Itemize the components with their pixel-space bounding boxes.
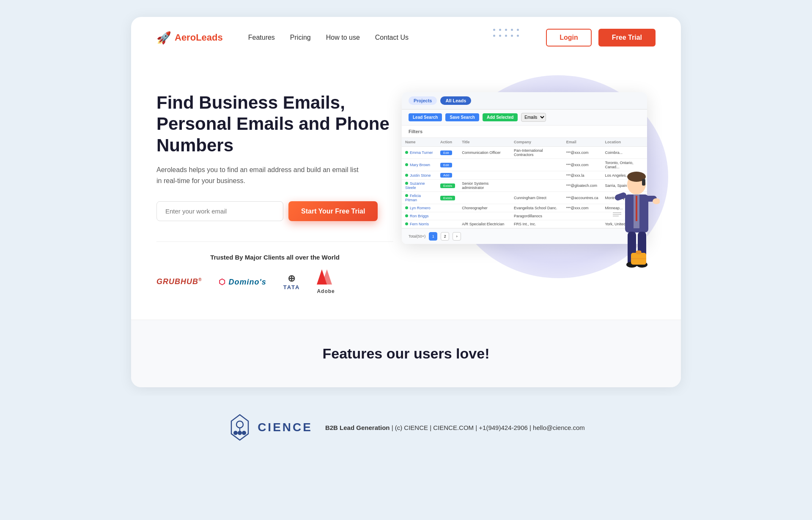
cell-2-2 — [458, 171, 510, 180]
tab-projects[interactable]: Projects — [409, 96, 437, 105]
cell-5-0: Lyn Romero — [402, 204, 437, 212]
action-button[interactable]: Exists — [440, 183, 455, 188]
features-section: Features our users love! — [131, 320, 681, 387]
col-action: Action — [437, 138, 458, 147]
nav-links: Features Pricing How to use Contact Us — [248, 34, 409, 41]
cell-3-2: Senior Systems administrator — [458, 180, 510, 192]
nav-pricing[interactable]: Pricing — [290, 34, 311, 41]
svg-rect-12 — [613, 216, 619, 216]
dashboard-toolbar: Lead Search Save Search Add Selected Ema… — [402, 109, 647, 126]
nav-actions: Login Free Trial — [546, 29, 656, 47]
action-button[interactable]: Add — [440, 173, 452, 178]
navbar: 🚀 AeroLeads Features Pricing How to use … — [131, 17, 681, 58]
hero-section: Find Business Emails, Personal Emails an… — [131, 58, 681, 320]
cell-1-3 — [510, 159, 563, 171]
svg-point-23 — [233, 431, 238, 435]
page-1-button[interactable]: 1 — [429, 232, 437, 241]
footer: CIENCE B2B Lead Generation | (c) CIENCE … — [131, 396, 681, 459]
main-card: 🚀 AeroLeads Features Pricing How to use … — [131, 17, 681, 387]
cell-2-3 — [510, 171, 563, 180]
cell-2-0: Justin Stone — [402, 171, 437, 180]
nav-features[interactable]: Features — [248, 34, 275, 41]
col-company: Company — [510, 138, 563, 147]
status-dot — [405, 182, 408, 185]
total-count: Total(50+) — [409, 234, 425, 238]
page-next-button[interactable]: › — [453, 232, 461, 241]
action-button[interactable]: Edit — [440, 163, 452, 167]
cience-icon — [227, 413, 252, 442]
client-logos: GRUBHUB® ⬡ Domino's ⊕ TATA Adobe — [156, 269, 393, 294]
status-dot — [405, 194, 408, 197]
cell-3-4: ***@gloatech.com — [563, 180, 602, 192]
footer-logo: CIENCE — [227, 413, 313, 442]
action-button[interactable]: Exists — [440, 196, 455, 200]
cell-7-4 — [563, 220, 602, 228]
cell-6-3: Paragordillanocs — [510, 212, 563, 220]
svg-rect-6 — [636, 196, 637, 221]
logo[interactable]: 🚀 AeroLeads — [156, 31, 223, 45]
cell-1-0: Mary Brown — [402, 159, 437, 171]
col-location: Location — [601, 138, 647, 147]
svg-rect-10 — [613, 212, 621, 213]
svg-point-24 — [238, 431, 242, 435]
lead-search-button[interactable]: Lead Search — [409, 113, 442, 121]
nav-how-to-use[interactable]: How to use — [326, 34, 360, 41]
cell-5-2: Choreographer — [458, 204, 510, 212]
col-title: Title — [458, 138, 510, 147]
cell-5-1 — [437, 204, 458, 212]
cell-0-3: Pan-International Contractors — [510, 147, 563, 159]
adobe-logo: Adobe — [317, 269, 335, 294]
cell-0-4: ***@xxx.com — [563, 147, 602, 159]
cell-2-4: ***@xxx.la — [563, 171, 602, 180]
email-input[interactable] — [156, 201, 283, 221]
status-dot — [405, 151, 408, 154]
filter-area: Filters — [402, 126, 647, 138]
cell-5-3: Evangelista School Danc. — [510, 204, 563, 212]
cell-7-0: Fern Norris — [402, 220, 437, 228]
svg-point-22 — [236, 421, 243, 428]
svg-point-25 — [242, 431, 246, 435]
cell-6-4 — [563, 212, 602, 220]
cell-3-0: Suzanne Steele — [402, 180, 437, 192]
cell-3-1: Exists — [437, 180, 458, 192]
hero-left: Find Business Emails, Personal Emails an… — [156, 84, 393, 294]
nav-contact-us[interactable]: Contact Us — [375, 34, 409, 41]
cience-company-name: CIENCE — [258, 421, 313, 434]
cell-4-1: Exists — [437, 192, 458, 204]
cell-6-1 — [437, 212, 458, 220]
login-button[interactable]: Login — [546, 29, 592, 47]
page-2-button[interactable]: 2 — [441, 232, 449, 241]
cell-6-2 — [458, 212, 510, 220]
table-row: Emma TurnerEditCommunication OfficerPan-… — [402, 147, 647, 159]
cell-7-1 — [437, 220, 458, 228]
dominos-logo: ⬡ Domino's — [219, 277, 266, 287]
tab-all-leads[interactable]: All Leads — [440, 96, 471, 105]
add-selected-button[interactable]: Add Selected — [483, 113, 518, 121]
cell-1-2 — [458, 159, 510, 171]
logo-text: AeroLeads — [175, 32, 223, 43]
cell-4-2 — [458, 192, 510, 204]
dot-grid-decoration — [493, 29, 520, 38]
cell-1-4: ***@xxx.com — [563, 159, 602, 171]
svg-rect-11 — [613, 214, 621, 215]
tata-logo: ⊕ TATA — [283, 273, 300, 290]
email-form: Start Your Free Trial — [156, 201, 393, 221]
cell-0-2: Communication Officer — [458, 147, 510, 159]
status-select[interactable]: Emails — [521, 113, 546, 122]
footer-tagline: B2B Lead Generation | (c) CIENCE | CIENC… — [325, 424, 585, 431]
trusted-title: Trusted By Major Clients all over the Wo… — [156, 254, 393, 261]
businessman-illustration — [605, 168, 660, 287]
save-search-button[interactable]: Save Search — [445, 113, 479, 121]
col-email: Email — [563, 138, 602, 147]
status-dot — [405, 174, 408, 177]
cell-4-4: ***@accountres.ca — [563, 192, 602, 204]
cell-3-3 — [510, 180, 563, 192]
cell-1-1: Edit — [437, 159, 458, 171]
rocket-icon: 🚀 — [156, 31, 171, 45]
action-button[interactable]: Edit — [440, 151, 452, 155]
cell-7-3: FRS Int., Inc. — [510, 220, 563, 228]
cell-4-0: Felicia Pitman — [402, 192, 437, 204]
hero-subtitle: Aeroleads helps you to find an email add… — [156, 164, 359, 186]
start-trial-button[interactable]: Start Your Free Trial — [288, 201, 378, 221]
free-trial-nav-button[interactable]: Free Trial — [598, 29, 656, 47]
